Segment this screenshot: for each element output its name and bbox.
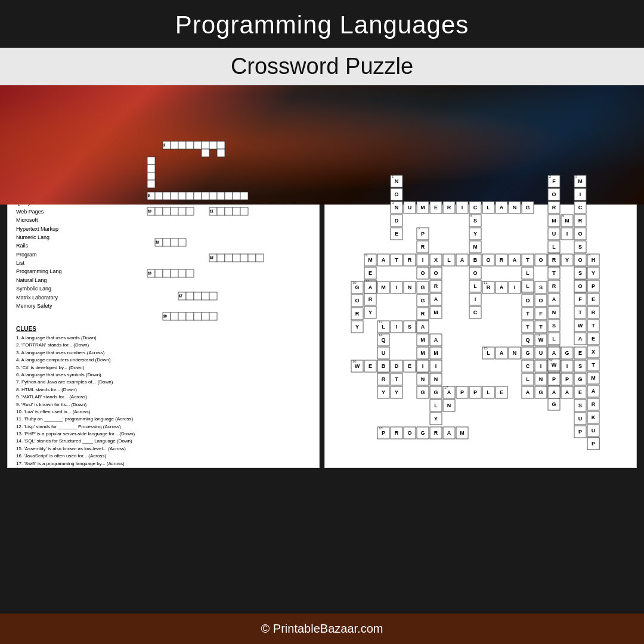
solution-grid-container: .sc { fill:white; stroke:#555; stroke-wi…: [333, 169, 628, 462]
svg-text:E: E: [500, 389, 503, 395]
svg-text:G: G: [355, 284, 359, 290]
svg-text:I: I: [396, 324, 398, 330]
svg-text:S: S: [578, 244, 582, 250]
svg-text:O: O: [473, 270, 477, 276]
svg-rect-10: [217, 149, 225, 157]
svg-rect-34: [217, 208, 225, 215]
svg-rect-51: [233, 254, 240, 262]
main-title: Programming Languages: [0, 11, 644, 39]
svg-text:B: B: [382, 363, 386, 369]
svg-rect-9: [202, 149, 209, 157]
svg-text:R: R: [395, 430, 399, 436]
svg-rect-52: [240, 254, 248, 262]
svg-text:U: U: [578, 416, 583, 422]
svg-text:S: S: [578, 363, 582, 369]
svg-text:U: U: [539, 350, 543, 356]
svg-text:F: F: [552, 178, 556, 184]
svg-text:A: A: [447, 430, 451, 436]
svg-text:11: 11: [210, 209, 213, 213]
svg-text:L: L: [434, 402, 438, 408]
svg-text:18: 18: [163, 314, 167, 318]
svg-text:M: M: [420, 350, 425, 356]
svg-rect-74: [202, 312, 209, 320]
svg-text:N: N: [552, 309, 556, 315]
svg-text:O: O: [434, 270, 438, 276]
svg-text:L: L: [447, 257, 451, 263]
svg-text:F: F: [578, 296, 582, 302]
svg-rect-30: [178, 208, 186, 215]
svg-text:Y: Y: [592, 270, 595, 276]
svg-text:W: W: [355, 363, 360, 369]
svg-text:D: D: [395, 218, 399, 224]
svg-text:O: O: [355, 298, 359, 304]
svg-text:G: G: [538, 389, 543, 395]
svg-rect-24: [240, 192, 248, 200]
svg-text:C: C: [473, 309, 478, 315]
svg-text:12: 12: [156, 240, 159, 244]
svg-text:I: I: [566, 231, 568, 237]
svg-text:E: E: [592, 336, 595, 342]
svg-text:R: R: [355, 311, 360, 317]
svg-text:R: R: [500, 257, 504, 263]
svg-rect-59: [171, 270, 178, 277]
svg-rect-66: [202, 292, 209, 300]
svg-text:N: N: [513, 350, 517, 356]
svg-text:O: O: [538, 298, 543, 304]
svg-rect-64: [186, 292, 194, 300]
svg-rect-19: [202, 192, 209, 200]
svg-text:I: I: [422, 363, 424, 369]
svg-rect-3: [178, 141, 186, 149]
svg-text:W: W: [578, 323, 583, 329]
svg-text:M: M: [434, 350, 438, 356]
svg-text:L: L: [487, 389, 490, 395]
svg-text:M: M: [591, 375, 596, 381]
svg-text:X: X: [434, 257, 438, 263]
svg-text:L: L: [473, 283, 477, 289]
svg-text:P: P: [460, 389, 464, 395]
svg-text:R: R: [434, 430, 438, 436]
svg-text:O: O: [525, 298, 530, 304]
svg-text:A: A: [565, 389, 569, 395]
svg-text:T: T: [578, 309, 582, 315]
solution-grid-svg: .sc { fill:white; stroke:#555; stroke-wi…: [339, 169, 626, 462]
svg-text:A: A: [578, 336, 583, 342]
svg-text:R: R: [447, 205, 451, 210]
svg-text:I: I: [422, 257, 424, 263]
svg-text:M: M: [420, 337, 425, 343]
svg-text:K: K: [592, 414, 596, 420]
svg-text:T: T: [592, 362, 595, 368]
svg-text:P: P: [382, 430, 385, 436]
svg-text:P: P: [578, 429, 582, 435]
footer-text: © PrintableBazaar.com: [261, 622, 383, 635]
svg-text:G: G: [578, 376, 582, 382]
svg-text:U: U: [552, 231, 556, 237]
svg-text:R: R: [592, 401, 596, 407]
svg-text:S: S: [408, 324, 411, 330]
svg-text:P: P: [592, 283, 595, 289]
svg-text:I: I: [566, 363, 568, 369]
svg-rect-71: [178, 312, 186, 320]
svg-text:A: A: [500, 284, 504, 290]
svg-text:G: G: [420, 430, 425, 436]
svg-text:R: R: [578, 218, 583, 224]
svg-text:Y: Y: [434, 416, 438, 422]
svg-rect-57: [155, 270, 163, 277]
svg-text:R: R: [421, 244, 425, 250]
svg-text:E: E: [408, 363, 411, 369]
svg-text:Y: Y: [565, 257, 569, 263]
svg-text:L: L: [526, 376, 530, 382]
subtitle: Crossword Puzzle: [0, 54, 644, 79]
svg-text:O: O: [538, 257, 543, 263]
svg-text:R: R: [552, 205, 556, 210]
svg-text:F: F: [539, 311, 543, 317]
svg-rect-36: [233, 208, 240, 215]
svg-text:Y: Y: [395, 389, 398, 395]
svg-rect-7: [209, 141, 217, 149]
svg-rect-72: [186, 312, 194, 320]
svg-text:M: M: [434, 309, 438, 315]
svg-text:A: A: [447, 389, 451, 395]
svg-rect-16: [178, 192, 186, 200]
svg-rect-44: [163, 239, 171, 246]
svg-text:9: 9: [148, 194, 150, 197]
svg-text:I: I: [462, 205, 463, 210]
